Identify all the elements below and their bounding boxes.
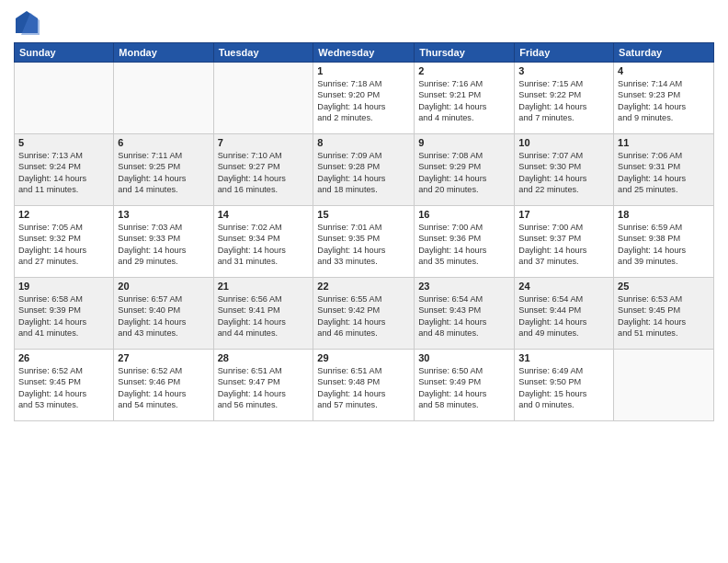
day-number: 4 xyxy=(618,65,710,76)
day-number: 17 xyxy=(518,209,609,220)
day-number: 18 xyxy=(618,209,710,220)
day-number: 1 xyxy=(317,65,410,76)
day-number: 14 xyxy=(218,209,310,220)
day-number: 3 xyxy=(518,65,609,76)
calendar-cell: 29Sunrise: 6:51 AM Sunset: 9:48 PM Dayli… xyxy=(313,350,415,421)
day-number: 29 xyxy=(317,352,410,363)
day-info: Sunrise: 7:01 AM Sunset: 9:35 PM Dayligh… xyxy=(317,222,410,268)
day-info: Sunrise: 6:54 AM Sunset: 9:43 PM Dayligh… xyxy=(418,293,510,339)
day-number: 24 xyxy=(518,281,609,292)
calendar-cell: 16Sunrise: 7:00 AM Sunset: 9:36 PM Dayli… xyxy=(415,206,515,278)
calendar-week-1: 5Sunrise: 7:13 AM Sunset: 9:24 PM Daylig… xyxy=(15,134,714,206)
day-info: Sunrise: 7:00 AM Sunset: 9:37 PM Dayligh… xyxy=(518,222,609,268)
day-info: Sunrise: 7:18 AM Sunset: 9:20 PM Dayligh… xyxy=(317,78,410,124)
calendar-cell: 27Sunrise: 6:52 AM Sunset: 9:46 PM Dayli… xyxy=(114,350,213,421)
day-number: 27 xyxy=(118,352,209,363)
calendar-week-2: 12Sunrise: 7:05 AM Sunset: 9:32 PM Dayli… xyxy=(15,206,714,278)
calendar-cell: 13Sunrise: 7:03 AM Sunset: 9:33 PM Dayli… xyxy=(114,206,213,278)
calendar-cell: 19Sunrise: 6:58 AM Sunset: 9:39 PM Dayli… xyxy=(15,278,114,350)
calendar-header-friday: Friday xyxy=(515,43,614,63)
day-info: Sunrise: 7:15 AM Sunset: 9:22 PM Dayligh… xyxy=(518,78,609,124)
calendar-cell: 7Sunrise: 7:10 AM Sunset: 9:27 PM Daylig… xyxy=(213,134,313,206)
calendar-header-sunday: Sunday xyxy=(15,43,114,63)
calendar-cell: 5Sunrise: 7:13 AM Sunset: 9:24 PM Daylig… xyxy=(15,134,114,206)
day-number: 5 xyxy=(18,137,109,148)
calendar-cell: 4Sunrise: 7:14 AM Sunset: 9:23 PM Daylig… xyxy=(614,63,714,134)
calendar-cell: 8Sunrise: 7:09 AM Sunset: 9:28 PM Daylig… xyxy=(313,134,415,206)
calendar-cell: 12Sunrise: 7:05 AM Sunset: 9:32 PM Dayli… xyxy=(15,206,114,278)
calendar-cell xyxy=(15,63,114,134)
calendar-cell: 3Sunrise: 7:15 AM Sunset: 9:22 PM Daylig… xyxy=(515,63,614,134)
day-number: 9 xyxy=(418,137,510,148)
calendar-cell xyxy=(114,63,213,134)
calendar-cell: 23Sunrise: 6:54 AM Sunset: 9:43 PM Dayli… xyxy=(415,278,515,350)
day-info: Sunrise: 6:51 AM Sunset: 9:47 PM Dayligh… xyxy=(218,365,310,411)
calendar-header-tuesday: Tuesday xyxy=(213,43,313,63)
day-info: Sunrise: 7:13 AM Sunset: 9:24 PM Dayligh… xyxy=(18,150,109,196)
day-number: 8 xyxy=(317,137,410,148)
calendar-cell: 17Sunrise: 7:00 AM Sunset: 9:37 PM Dayli… xyxy=(515,206,614,278)
day-number: 12 xyxy=(18,209,109,220)
calendar-cell: 9Sunrise: 7:08 AM Sunset: 9:29 PM Daylig… xyxy=(415,134,515,206)
day-info: Sunrise: 6:54 AM Sunset: 9:44 PM Dayligh… xyxy=(518,293,609,339)
calendar-cell: 2Sunrise: 7:16 AM Sunset: 9:21 PM Daylig… xyxy=(415,63,515,134)
day-info: Sunrise: 6:50 AM Sunset: 9:49 PM Dayligh… xyxy=(418,365,510,411)
day-number: 23 xyxy=(418,281,510,292)
day-number: 15 xyxy=(317,209,410,220)
day-number: 30 xyxy=(418,352,510,363)
calendar-header-row: SundayMondayTuesdayWednesdayThursdayFrid… xyxy=(15,43,714,63)
calendar-cell: 20Sunrise: 6:57 AM Sunset: 9:40 PM Dayli… xyxy=(114,278,213,350)
calendar-cell: 1Sunrise: 7:18 AM Sunset: 9:20 PM Daylig… xyxy=(313,63,415,134)
day-number: 28 xyxy=(218,352,310,363)
day-number: 26 xyxy=(18,352,109,363)
logo xyxy=(14,9,41,35)
day-number: 22 xyxy=(317,281,410,292)
day-number: 2 xyxy=(418,65,510,76)
calendar-cell: 30Sunrise: 6:50 AM Sunset: 9:49 PM Dayli… xyxy=(415,350,515,421)
logo-icon xyxy=(14,9,40,35)
calendar-cell: 24Sunrise: 6:54 AM Sunset: 9:44 PM Dayli… xyxy=(515,278,614,350)
header xyxy=(14,9,714,35)
calendar-cell: 21Sunrise: 6:56 AM Sunset: 9:41 PM Dayli… xyxy=(213,278,313,350)
day-info: Sunrise: 7:06 AM Sunset: 9:31 PM Dayligh… xyxy=(618,150,710,196)
calendar-cell: 11Sunrise: 7:06 AM Sunset: 9:31 PM Dayli… xyxy=(614,134,714,206)
day-info: Sunrise: 6:55 AM Sunset: 9:42 PM Dayligh… xyxy=(317,293,410,339)
calendar-week-0: 1Sunrise: 7:18 AM Sunset: 9:20 PM Daylig… xyxy=(15,63,714,134)
day-info: Sunrise: 7:09 AM Sunset: 9:28 PM Dayligh… xyxy=(317,150,410,196)
day-info: Sunrise: 7:05 AM Sunset: 9:32 PM Dayligh… xyxy=(18,222,109,268)
calendar-cell: 15Sunrise: 7:01 AM Sunset: 9:35 PM Dayli… xyxy=(313,206,415,278)
calendar-cell: 28Sunrise: 6:51 AM Sunset: 9:47 PM Dayli… xyxy=(213,350,313,421)
day-info: Sunrise: 6:49 AM Sunset: 9:50 PM Dayligh… xyxy=(518,365,609,411)
day-info: Sunrise: 7:03 AM Sunset: 9:33 PM Dayligh… xyxy=(118,222,209,268)
day-info: Sunrise: 7:11 AM Sunset: 9:25 PM Dayligh… xyxy=(118,150,209,196)
calendar-header-thursday: Thursday xyxy=(415,43,515,63)
page: SundayMondayTuesdayWednesdayThursdayFrid… xyxy=(0,0,728,563)
day-info: Sunrise: 7:00 AM Sunset: 9:36 PM Dayligh… xyxy=(418,222,510,268)
day-number: 7 xyxy=(218,137,310,148)
calendar-cell: 18Sunrise: 6:59 AM Sunset: 9:38 PM Dayli… xyxy=(614,206,714,278)
calendar-cell: 10Sunrise: 7:07 AM Sunset: 9:30 PM Dayli… xyxy=(515,134,614,206)
day-number: 25 xyxy=(618,281,710,292)
day-number: 20 xyxy=(118,281,209,292)
day-info: Sunrise: 6:58 AM Sunset: 9:39 PM Dayligh… xyxy=(18,293,109,339)
day-info: Sunrise: 6:52 AM Sunset: 9:46 PM Dayligh… xyxy=(118,365,209,411)
day-info: Sunrise: 7:08 AM Sunset: 9:29 PM Dayligh… xyxy=(418,150,510,196)
calendar-cell: 25Sunrise: 6:53 AM Sunset: 9:45 PM Dayli… xyxy=(614,278,714,350)
day-info: Sunrise: 7:16 AM Sunset: 9:21 PM Dayligh… xyxy=(418,78,510,124)
day-info: Sunrise: 6:59 AM Sunset: 9:38 PM Dayligh… xyxy=(618,222,710,268)
day-number: 21 xyxy=(218,281,310,292)
day-number: 16 xyxy=(418,209,510,220)
day-number: 19 xyxy=(18,281,109,292)
day-info: Sunrise: 7:14 AM Sunset: 9:23 PM Dayligh… xyxy=(618,78,710,124)
calendar-cell: 6Sunrise: 7:11 AM Sunset: 9:25 PM Daylig… xyxy=(114,134,213,206)
calendar-week-3: 19Sunrise: 6:58 AM Sunset: 9:39 PM Dayli… xyxy=(15,278,714,350)
day-info: Sunrise: 7:07 AM Sunset: 9:30 PM Dayligh… xyxy=(518,150,609,196)
calendar-cell: 26Sunrise: 6:52 AM Sunset: 9:45 PM Dayli… xyxy=(15,350,114,421)
calendar-table: SundayMondayTuesdayWednesdayThursdayFrid… xyxy=(14,42,714,421)
day-number: 13 xyxy=(118,209,209,220)
calendar-header-saturday: Saturday xyxy=(614,43,714,63)
day-info: Sunrise: 6:53 AM Sunset: 9:45 PM Dayligh… xyxy=(618,293,710,339)
day-info: Sunrise: 6:56 AM Sunset: 9:41 PM Dayligh… xyxy=(218,293,310,339)
calendar-week-4: 26Sunrise: 6:52 AM Sunset: 9:45 PM Dayli… xyxy=(15,350,714,421)
calendar-cell xyxy=(213,63,313,134)
